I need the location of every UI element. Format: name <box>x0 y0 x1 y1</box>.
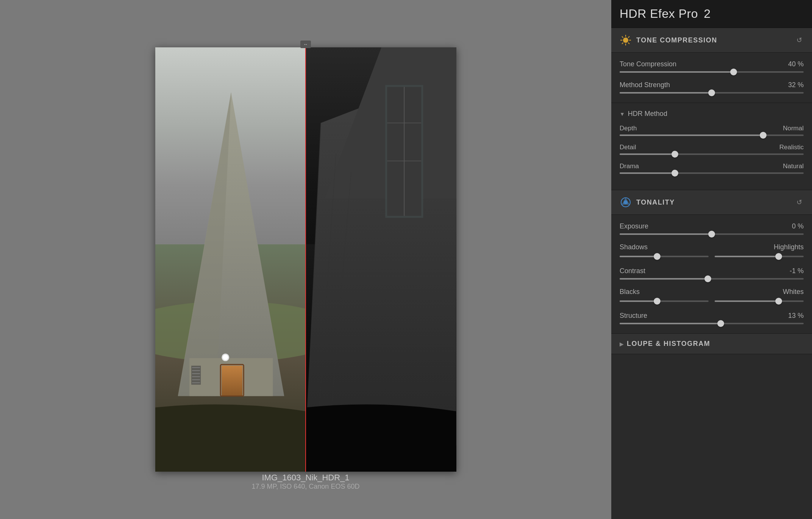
highlights-slider[interactable] <box>715 256 804 257</box>
drama-control: Drama Natural <box>620 163 804 174</box>
app-title-text: HDR Efex Pro 2 <box>620 7 711 21</box>
structure-slider[interactable] <box>620 323 804 324</box>
tone-compression-value: 40 % <box>788 60 804 68</box>
split-line[interactable]: ↔ <box>305 47 306 472</box>
structure-label: Structure <box>620 312 647 320</box>
contrast-value: -1 % <box>790 267 804 275</box>
exposure-value: 0 % <box>792 222 804 230</box>
tone-compression-control: Tone Compression 40 % <box>620 60 804 73</box>
tone-compression-thumb[interactable] <box>730 69 737 75</box>
exposure-control: Exposure 0 % <box>620 222 804 235</box>
contrast-slider[interactable] <box>620 278 804 280</box>
hdr-method-header[interactable]: ▼ HDR Method <box>620 110 804 118</box>
tonality-reset[interactable]: ↺ <box>795 198 804 207</box>
image-filename: IMG_1603_Nik_HDR_1 <box>155 473 456 483</box>
depth-value-label: Normal <box>783 125 804 132</box>
highlights-thumb[interactable] <box>775 253 782 260</box>
exposure-thumb[interactable] <box>708 231 715 238</box>
loupe-title: LOUPE & HISTOGRAM <box>627 340 710 348</box>
method-strength-slider[interactable] <box>620 92 804 94</box>
highlights-slider-wrap <box>715 254 804 259</box>
whites-thumb[interactable] <box>775 298 782 305</box>
tone-compression-slider[interactable] <box>620 71 804 73</box>
svg-point-17 <box>223 355 228 360</box>
shadows-slider[interactable] <box>620 256 709 257</box>
hdr-method-collapse-icon: ▼ <box>620 111 625 117</box>
tone-compression-label: Tone Compression <box>620 60 676 68</box>
structure-thumb[interactable] <box>717 320 724 327</box>
image-container: ↔ <box>155 47 456 472</box>
svg-line-36 <box>628 43 630 44</box>
detail-value-label: Realistic <box>779 144 804 151</box>
detail-control: Detail Realistic <box>620 144 804 155</box>
svg-rect-9 <box>191 366 201 385</box>
structure-value: 13 % <box>788 312 804 320</box>
svg-rect-6 <box>222 366 242 396</box>
method-strength-label: Method Strength <box>620 81 670 89</box>
exposure-label: Exposure <box>620 222 648 230</box>
blacks-slider-wrap <box>620 299 709 303</box>
depth-label: Depth <box>620 125 637 132</box>
blacks-label: Blacks <box>620 288 640 296</box>
shadows-highlights-sliders <box>620 254 804 259</box>
tone-compression-content: Tone Compression 40 % Method Strength 32… <box>611 53 812 103</box>
contrast-label: Contrast <box>620 267 645 275</box>
tonality-content: Exposure 0 % Shadows Highlights <box>611 215 812 334</box>
contrast-thumb[interactable] <box>704 275 711 282</box>
detail-slider[interactable] <box>620 153 804 155</box>
svg-line-37 <box>628 36 630 38</box>
whites-slider-wrap <box>715 299 804 303</box>
svg-point-40 <box>624 200 628 204</box>
exposure-slider[interactable] <box>620 233 804 235</box>
highlights-label: Highlights <box>774 243 804 251</box>
tone-compression-icon <box>620 34 632 46</box>
method-strength-thumb[interactable] <box>708 89 715 96</box>
blacks-slider[interactable] <box>620 300 709 302</box>
drama-thumb[interactable] <box>671 170 678 177</box>
blacks-whites-control: Blacks Whites <box>620 288 804 303</box>
shadows-label: Shadows <box>620 243 648 251</box>
loupe-section: ▶ LOUPE & HISTOGRAM <box>611 334 812 354</box>
method-strength-value: 32 % <box>788 81 804 89</box>
detail-thumb[interactable] <box>671 151 678 158</box>
image-left-color <box>155 47 306 472</box>
drama-label: Drama <box>620 163 639 170</box>
image-right-bw <box>306 47 456 472</box>
tonality-icon <box>620 196 632 208</box>
depth-thumb[interactable] <box>760 132 767 139</box>
method-strength-control: Method Strength 32 % <box>620 81 804 94</box>
contrast-control: Contrast -1 % <box>620 267 804 280</box>
structure-control: Structure 13 % <box>620 312 804 324</box>
blacks-whites-sliders <box>620 299 804 303</box>
drama-slider[interactable] <box>620 172 804 174</box>
tone-compression-title: TONE COMPRESSION <box>636 36 795 44</box>
svg-line-38 <box>622 43 623 44</box>
depth-control: Depth Normal <box>620 125 804 136</box>
loupe-header[interactable]: ▶ LOUPE & HISTOGRAM <box>611 334 812 354</box>
loupe-collapse-icon: ▶ <box>620 341 624 347</box>
tone-compression-reset[interactable]: ↺ <box>795 36 804 45</box>
app-title-bar: HDR Efex Pro 2 <box>611 0 812 28</box>
hdr-method-section: ▼ HDR Method Depth Normal Detail Realist… <box>611 103 812 190</box>
blacks-thumb[interactable] <box>654 298 661 305</box>
right-panel: HDR Efex Pro 2 TONE COMPRESSION <box>611 0 812 519</box>
shadows-thumb[interactable] <box>654 253 661 260</box>
tonality-title: TONALITY <box>636 199 795 206</box>
drama-value-label: Natural <box>783 163 804 170</box>
shadows-slider-wrap <box>620 254 709 259</box>
svg-point-30 <box>623 38 628 43</box>
svg-line-35 <box>622 36 623 38</box>
depth-slider[interactable] <box>620 134 804 136</box>
whites-label: Whites <box>783 288 804 296</box>
whites-slider[interactable] <box>715 300 804 302</box>
hdr-method-title: HDR Method <box>628 110 667 118</box>
tone-compression-header[interactable]: TONE COMPRESSION ↺ <box>611 28 812 53</box>
app-name: HDR Efex Pro 2 <box>620 7 711 20</box>
detail-label: Detail <box>620 144 636 151</box>
shadows-highlights-control: Shadows Highlights <box>620 243 804 259</box>
image-metadata: 17.9 MP, ISO 640, Canon EOS 60D <box>155 483 456 491</box>
image-caption: IMG_1603_Nik_HDR_1 17.9 MP, ISO 640, Can… <box>155 473 456 491</box>
split-arrow-icon[interactable]: ↔ <box>300 41 311 48</box>
canvas-area: ↔ IMG_1603_Nik_HDR_1 17.9 MP, ISO 640, C… <box>0 0 611 519</box>
tonality-header[interactable]: TONALITY ↺ <box>611 190 812 215</box>
